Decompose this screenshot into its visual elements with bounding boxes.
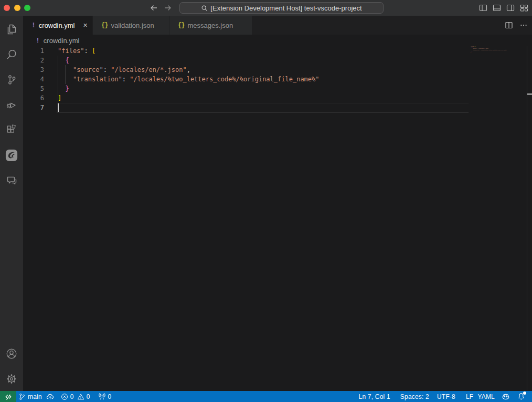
indentation-status[interactable]: Spaces: 2 — [400, 393, 429, 400]
minimize-window-button[interactable] — [14, 5, 20, 11]
token-str: "translation" — [473, 49, 480, 50]
tab-label: messages.json — [187, 22, 233, 29]
toggle-secondary-sidebar-icon[interactable] — [506, 4, 515, 12]
editor-tab-bar: !crowdin.yml×{}validation.json{}messages… — [23, 16, 532, 35]
git-branch-icon — [18, 393, 26, 400]
overview-ruler-border — [527, 46, 527, 391]
code-line: { — [58, 56, 69, 65]
accounts-icon[interactable] — [5, 347, 18, 360]
json-file-icon: {} — [101, 22, 108, 29]
toggle-panel-icon[interactable] — [493, 4, 501, 12]
tab-messages.json[interactable]: {}messages.json — [169, 16, 252, 35]
line-number: 6 — [23, 93, 44, 103]
error-count: 0 — [70, 393, 74, 400]
line-number: 7 — [23, 103, 44, 112]
split-editor-icon[interactable] — [505, 21, 513, 29]
remote-indicator[interactable] — [0, 391, 16, 402]
code-editor[interactable]: 1234567 "files": [ { "source": "/locales… — [23, 46, 532, 391]
code-line: "source": "/locales/en/*.json", — [58, 65, 190, 75]
settings-gear-icon[interactable] — [5, 373, 18, 385]
code-line: "files": [ — [58, 46, 95, 56]
token-b1: ] — [471, 52, 471, 53]
arrow-left-icon — [150, 4, 158, 12]
token-str: "/locales/%two_letters_code%/%original_f… — [481, 49, 507, 50]
token-str: "/locales/%two_letters_code%/%original_f… — [130, 76, 319, 83]
yaml-file-icon: ! — [36, 37, 40, 45]
search-icon[interactable] — [5, 48, 18, 61]
text-cursor — [58, 103, 59, 112]
ports-status[interactable]: 0 — [98, 393, 112, 400]
navigate-back-button[interactable] — [148, 2, 159, 14]
token-punct: : — [84, 47, 92, 55]
line-number: 3 — [23, 65, 44, 75]
line-number: 1 — [23, 46, 44, 56]
line-number: 2 — [23, 56, 44, 65]
token-b1: [ — [92, 47, 95, 55]
token-b1: [ — [475, 46, 476, 47]
copilot-icon[interactable] — [502, 393, 510, 401]
explorer-icon[interactable] — [5, 23, 18, 36]
token-str: "files" — [58, 47, 84, 55]
overview-ruler-cursor-marker — [527, 93, 532, 95]
status-bar: main 0 0 — [0, 391, 532, 402]
json-file-icon: {} — [178, 22, 184, 29]
line-number: 5 — [23, 84, 44, 93]
toggle-primary-sidebar-icon[interactable] — [479, 4, 487, 12]
zoom-window-button[interactable] — [24, 5, 30, 11]
close-window-button[interactable] — [4, 5, 10, 11]
run-debug-icon[interactable] — [5, 99, 18, 111]
language-mode-status[interactable]: YAML — [477, 393, 495, 400]
encoding-status[interactable]: UTF-8 — [437, 393, 455, 400]
eol-status[interactable]: LF — [466, 393, 473, 400]
warning-count: 0 — [87, 393, 90, 400]
token-ws — [58, 85, 65, 92]
window-title: [Extension Development Host] test-vscode… — [210, 4, 361, 12]
tab-crowdin.yml[interactable]: !crowdin.yml× — [23, 16, 93, 35]
crowdin-extension-icon[interactable] — [5, 149, 18, 162]
code-line: ] — [58, 93, 61, 103]
title-bar: [Extension Development Host] test-vscode… — [0, 0, 532, 16]
token-ws — [58, 57, 65, 64]
code-line: "translation": "/locales/%two_letters_co… — [58, 75, 320, 84]
search-icon — [201, 5, 208, 12]
remote-icon — [5, 393, 12, 400]
problems-status[interactable]: 0 0 — [61, 393, 90, 400]
token-str: "/locales/en/*.json" — [111, 66, 187, 73]
token-punct: , — [187, 66, 190, 73]
navigate-forward-button[interactable] — [162, 2, 174, 14]
breadcrumb-file-label: crowdin.yml — [44, 37, 80, 45]
source-control-icon[interactable] — [5, 73, 18, 86]
token-ws — [58, 76, 73, 83]
tab-validation.json[interactable]: {}validation.json — [93, 16, 169, 35]
publish-cloud-icon — [46, 393, 54, 400]
close-tab-icon[interactable]: × — [83, 21, 87, 29]
line-number: 4 — [23, 75, 44, 84]
token-b2: { — [65, 57, 69, 64]
minimap-line — [471, 53, 476, 54]
command-center-search[interactable]: [Extension Development Host] test-vscode… — [179, 2, 384, 14]
breadcrumb[interactable]: ! crowdin.yml — [23, 35, 532, 46]
yaml-file-icon: ! — [31, 22, 36, 29]
notifications-bell[interactable] — [517, 393, 525, 400]
extensions-icon[interactable] — [5, 124, 18, 136]
token-b2: } — [472, 51, 472, 52]
cursor-position-status[interactable]: Ln 7, Col 1 — [359, 393, 390, 400]
customize-layout-icon[interactable] — [520, 4, 528, 12]
token-ws — [58, 66, 73, 73]
chat-icon[interactable] — [5, 174, 18, 187]
radio-tower-icon — [98, 393, 106, 400]
minimap[interactable]: "files": [ { "source": "/locales/en/*.js… — [471, 46, 510, 56]
tab-label: validation.json — [111, 22, 154, 29]
arrow-right-icon — [164, 4, 172, 12]
notification-dot-badge — [523, 392, 526, 395]
git-branch-status[interactable]: main — [18, 393, 54, 400]
token-punct: : — [122, 76, 130, 83]
errors-icon — [61, 393, 68, 400]
token-b2: } — [65, 85, 69, 92]
ports-count: 0 — [108, 393, 112, 400]
editor-more-actions-icon[interactable] — [519, 21, 528, 29]
tab-label: crowdin.yml — [39, 22, 75, 29]
branch-name: main — [28, 393, 42, 400]
token-str: "translation" — [73, 76, 122, 83]
current-line-highlight — [57, 103, 469, 113]
